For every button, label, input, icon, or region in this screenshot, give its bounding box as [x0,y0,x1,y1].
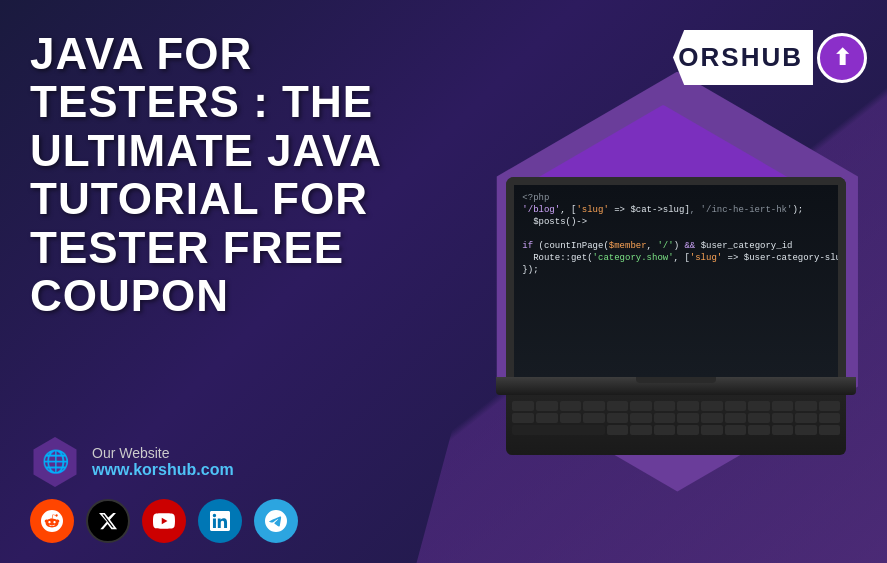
main-container: JAVA FOR TESTERS : THE ULTIMATE JAVA TUT… [0,0,887,563]
social-icons-row [30,499,406,543]
keyboard-area [506,395,846,455]
laptop-container: <?php '/blog', ['slug' => $cat->slug], '… [436,80,887,553]
code-display: <?php '/blog', ['slug' => $cat->slug], '… [514,185,838,377]
logo-container: ❮ ORSHUB ⬆ [673,30,867,85]
linkedin-icon[interactable] [198,499,242,543]
logo-text: ORSHUB [678,42,803,73]
logo-circle-badge: ⬆ [817,33,867,83]
website-label: Our Website [92,445,234,461]
logo-hex-shape: ❮ ORSHUB [673,30,813,85]
laptop-screen: <?php '/blog', ['slug' => $cat->slug], '… [506,177,846,377]
logo-up-icon: ⬆ [833,45,851,71]
youtube-icon[interactable] [142,499,186,543]
reddit-icon[interactable] [30,499,74,543]
x-twitter-icon[interactable] [86,499,130,543]
telegram-icon[interactable] [254,499,298,543]
laptop-mockup: <?php '/blog', ['slug' => $cat->slug], '… [486,177,866,457]
main-title: JAVA FOR TESTERS : THE ULTIMATE JAVA TUT… [30,30,406,320]
website-text: Our Website www.korshub.com [92,445,234,479]
left-panel: JAVA FOR TESTERS : THE ULTIMATE JAVA TUT… [0,0,426,563]
globe-icon: 🌐 [42,449,69,475]
logo-arrow-icon: ❮ [656,44,676,72]
website-url[interactable]: www.korshub.com [92,461,234,479]
laptop-base [496,377,856,395]
right-panel: ❮ ORSHUB ⬆ <?php '/blog', ['slug' => $ca… [426,0,887,563]
website-section: 🌐 Our Website www.korshub.com [30,437,406,487]
globe-hex-icon: 🌐 [30,437,80,487]
